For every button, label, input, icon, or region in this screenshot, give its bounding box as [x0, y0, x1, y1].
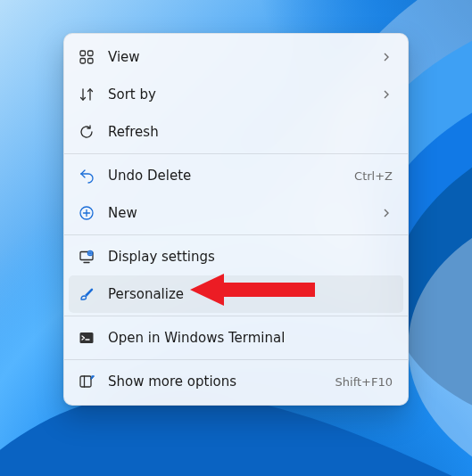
terminal-icon — [78, 329, 95, 347]
menu-item-label: Sort by — [108, 86, 380, 103]
menu-item-accelerator: Ctrl+Z — [354, 169, 393, 183]
menu-item-display-settings[interactable]: Display settings — [69, 238, 403, 275]
menu-item-label: Open in Windows Terminal — [108, 330, 393, 346]
undo-icon — [78, 167, 95, 185]
menu-item-view[interactable]: View — [69, 38, 403, 76]
svg-rect-0 — [80, 51, 86, 56]
menu-item-label: Show more options — [108, 373, 328, 390]
menu-item-undo-delete[interactable]: Undo Delete Ctrl+Z — [69, 157, 403, 194]
menu-separator — [64, 234, 408, 235]
show-more-icon — [78, 373, 95, 390]
chevron-right-icon — [380, 53, 393, 62]
menu-item-sort-by[interactable]: Sort by — [69, 76, 403, 113]
menu-item-new[interactable]: New — [69, 194, 403, 232]
menu-separator — [64, 359, 408, 360]
menu-item-label: Undo Delete — [108, 168, 347, 184]
svg-rect-7 — [80, 332, 94, 343]
menu-item-label: Personalize — [108, 286, 393, 302]
paintbrush-icon — [78, 285, 95, 303]
display-settings-icon — [78, 248, 95, 266]
sort-icon — [78, 86, 95, 103]
menu-item-refresh[interactable]: Refresh — [69, 113, 403, 151]
menu-item-open-terminal[interactable]: Open in Windows Terminal — [69, 319, 403, 357]
menu-item-label: New — [108, 205, 380, 221]
menu-item-accelerator: Shift+F10 — [335, 375, 393, 389]
grid-icon — [78, 48, 95, 66]
menu-separator — [64, 153, 408, 154]
menu-item-label: Refresh — [108, 124, 393, 140]
menu-item-label: Display settings — [108, 249, 393, 265]
svg-rect-3 — [88, 59, 94, 64]
chevron-right-icon — [380, 90, 393, 99]
chevron-right-icon — [380, 209, 393, 217]
svg-rect-2 — [80, 59, 86, 64]
refresh-icon — [78, 123, 95, 141]
menu-item-personalize[interactable]: Personalize — [69, 275, 403, 313]
desktop-context-menu: View Sort by Refresh — [63, 33, 409, 406]
menu-item-label: View — [108, 49, 380, 65]
svg-rect-8 — [80, 376, 91, 387]
svg-rect-1 — [88, 51, 94, 56]
menu-separator — [64, 316, 408, 316]
menu-item-show-more-options[interactable]: Show more options Shift+F10 — [69, 363, 403, 400]
plus-circle-icon — [78, 204, 95, 222]
